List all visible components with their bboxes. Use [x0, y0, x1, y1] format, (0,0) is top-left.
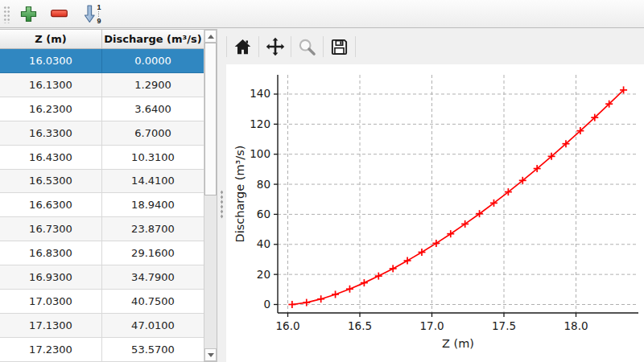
- table-row[interactable]: 16.03000.0000: [0, 49, 204, 73]
- table-cell[interactable]: 16.5300: [0, 170, 102, 193]
- table-cell[interactable]: 3.6400: [102, 97, 204, 121]
- table-row[interactable]: 16.33006.7000: [0, 121, 204, 146]
- table-cell[interactable]: 0.0000: [102, 49, 204, 72]
- plot-panel: 16.016.517.017.518.0020406080100120140Z …: [226, 29, 644, 362]
- table-cell[interactable]: 16.7300: [0, 217, 102, 241]
- table-cell[interactable]: 29.1600: [102, 241, 204, 265]
- table-cell[interactable]: 14.4100: [102, 170, 204, 193]
- svg-text:100: 100: [250, 147, 270, 160]
- table-scrollbar[interactable]: [204, 30, 217, 361]
- svg-text:16.0: 16.0: [275, 319, 299, 332]
- plot-zoom-button[interactable]: [291, 32, 323, 61]
- table-row[interactable]: 16.730023.8700: [0, 217, 204, 241]
- table-cell[interactable]: 1.2900: [102, 73, 204, 97]
- magnifier-icon: [298, 38, 316, 56]
- chart-canvas[interactable]: 16.016.517.017.518.0020406080100120140Z …: [226, 64, 644, 362]
- table-cell[interactable]: 17.2300: [0, 338, 102, 361]
- sort-ascending-icon: [84, 5, 96, 23]
- scroll-down-button[interactable]: [204, 348, 217, 361]
- remove-row-button[interactable]: [47, 2, 71, 25]
- svg-text:Discharge (m³/s): Discharge (m³/s): [233, 146, 246, 243]
- table-cell[interactable]: 16.0300: [0, 49, 102, 72]
- table-cell[interactable]: 16.9300: [0, 265, 102, 289]
- table-cell[interactable]: 10.3100: [102, 146, 204, 169]
- splitter-grip-icon: [221, 190, 223, 219]
- svg-text:0: 0: [263, 298, 270, 311]
- svg-text:60: 60: [257, 208, 270, 220]
- table-row[interactable]: 16.930034.7900: [0, 265, 204, 290]
- column-header-discharge[interactable]: Discharge (m³/s): [102, 30, 204, 48]
- column-header-z[interactable]: Z (m): [0, 30, 102, 48]
- scroll-up-button[interactable]: [204, 30, 217, 43]
- plot-save-button[interactable]: [324, 32, 355, 61]
- panel-splitter[interactable]: [217, 29, 226, 362]
- table-row[interactable]: 16.23003.6400: [0, 97, 204, 121]
- table-row[interactable]: 17.230053.5700: [0, 338, 204, 362]
- table-cell[interactable]: 6.7000: [102, 121, 204, 145]
- add-row-button[interactable]: [16, 2, 40, 25]
- table-cell[interactable]: 17.0300: [0, 290, 102, 313]
- table-row[interactable]: 16.13001.2900: [0, 73, 204, 97]
- table-cell[interactable]: 16.4300: [0, 146, 102, 169]
- svg-text:80: 80: [257, 178, 270, 191]
- sort-rows-button[interactable]: 1 9: [77, 2, 108, 25]
- toolbar-drag-handle[interactable]: [2, 5, 10, 23]
- table-header: Z (m) Discharge (m³/s): [0, 30, 217, 49]
- up-arrow-icon: [208, 35, 214, 39]
- table-cell[interactable]: 16.1300: [0, 73, 102, 97]
- sort-dots: [98, 11, 99, 17]
- floppy-save-icon: [330, 38, 349, 56]
- svg-text:17.0: 17.0: [419, 319, 444, 332]
- pan-arrows-icon: [266, 37, 285, 56]
- figure-area: 16.016.517.017.518.0020406080100120140Z …: [226, 64, 644, 362]
- table-cell[interactable]: 40.7500: [102, 290, 204, 313]
- plus-icon: [20, 6, 37, 23]
- svg-text:140: 140: [250, 87, 270, 100]
- svg-text:Z (m): Z (m): [442, 337, 474, 350]
- sort-digit-one: 1: [97, 4, 101, 10]
- toolbar-separator: [355, 36, 356, 57]
- table-cell[interactable]: 16.6300: [0, 193, 102, 216]
- table-row[interactable]: 16.430010.3100: [0, 146, 204, 170]
- table-cell[interactable]: 53.5700: [102, 338, 204, 361]
- scrollbar-thumb[interactable]: [204, 43, 217, 195]
- table-row[interactable]: 16.630018.9400: [0, 193, 204, 217]
- table-cell[interactable]: 18.9400: [102, 193, 204, 216]
- table-row[interactable]: 16.830029.1600: [0, 241, 204, 265]
- plot-toolbar: [226, 29, 644, 64]
- table-body: 16.03000.000016.13001.290016.23003.64001…: [0, 49, 204, 362]
- svg-text:17.5: 17.5: [492, 319, 516, 332]
- plot-home-button[interactable]: [227, 32, 258, 61]
- main-toolbar: 1 9: [0, 0, 644, 28]
- table-row[interactable]: 17.130047.0100: [0, 314, 204, 338]
- rating-curve-table-panel: Z (m) Discharge (m³/s) 16.03000.000016.1…: [0, 29, 217, 362]
- sort-digit-nine: 9: [97, 18, 101, 24]
- table-cell[interactable]: 16.3300: [0, 121, 102, 145]
- table-cell[interactable]: 16.8300: [0, 241, 102, 265]
- svg-text:20: 20: [257, 268, 270, 281]
- table-cell[interactable]: 17.1300: [0, 314, 102, 337]
- table-cell[interactable]: 47.0100: [102, 314, 204, 337]
- minus-icon: [51, 10, 68, 18]
- svg-text:16.5: 16.5: [348, 319, 372, 332]
- svg-text:18.0: 18.0: [564, 319, 588, 332]
- down-arrow-icon: [208, 353, 214, 357]
- table-cell[interactable]: 23.8700: [102, 217, 204, 241]
- svg-text:40: 40: [257, 237, 270, 250]
- table-cell[interactable]: 16.2300: [0, 97, 102, 121]
- table-row[interactable]: 16.530014.4100: [0, 170, 204, 194]
- plot-pan-button[interactable]: [259, 32, 291, 61]
- table-cell[interactable]: 34.7900: [102, 265, 204, 289]
- table-row[interactable]: 17.030040.7500: [0, 290, 204, 314]
- svg-text:120: 120: [250, 117, 270, 130]
- home-icon: [233, 38, 252, 56]
